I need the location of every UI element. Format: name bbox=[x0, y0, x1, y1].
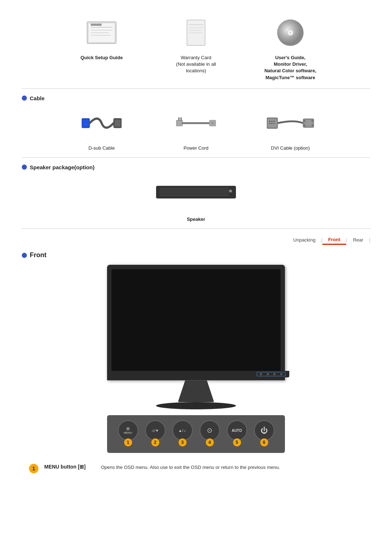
button-panel: ⊞ MENU 1 ♫/▼ 2 ▲/☼ 3 ⊙ 4 AUT bbox=[107, 415, 285, 453]
item-warranty: Warranty Card(Not available in alllocati… bbox=[160, 15, 232, 81]
svg-rect-41 bbox=[160, 188, 229, 189]
btn-power[interactable]: ⏻ 6 bbox=[254, 420, 274, 441]
tab-unpacking[interactable]: Unpacking bbox=[287, 236, 321, 245]
nav-tabs: Unpacking | Front | Rear | bbox=[22, 235, 370, 245]
btn-menu-icon: ⊞ bbox=[126, 426, 130, 431]
btn-wrapper-1: ⊞ MENU 1 bbox=[118, 420, 138, 441]
btn-num-5: 5 bbox=[233, 438, 241, 446]
svg-rect-43 bbox=[160, 193, 229, 194]
svg-rect-22 bbox=[180, 117, 182, 121]
mini-btn-1 bbox=[260, 373, 262, 375]
menu-desc-text: Opens the OSD menu. Also use to exit the… bbox=[101, 464, 280, 471]
svg-rect-21 bbox=[178, 117, 180, 121]
powercord-label: Power Cord bbox=[184, 145, 209, 151]
dvi-label: DVI Cable (option) bbox=[271, 145, 310, 151]
monitor-screen bbox=[111, 269, 281, 371]
speaker-label: Speaker bbox=[187, 216, 205, 223]
svg-point-38 bbox=[311, 124, 314, 126]
btn-brightness-icon: ▲/☼ bbox=[179, 429, 187, 433]
btn-brightness-up[interactable]: ▲/☼ 3 bbox=[172, 420, 193, 441]
speaker-image bbox=[156, 174, 236, 210]
svg-rect-6 bbox=[91, 24, 102, 26]
svg-rect-44 bbox=[160, 195, 229, 196]
monitor-illustration bbox=[105, 265, 287, 409]
btn-enter-icon: ⊙ bbox=[207, 426, 212, 434]
svg-point-27 bbox=[269, 121, 270, 122]
front-dot bbox=[22, 253, 27, 258]
btn-source-icon: ♫/▼ bbox=[151, 429, 159, 433]
btn-auto-label: AUTO bbox=[232, 429, 242, 433]
menu-label: MENU button [⊞] bbox=[44, 464, 95, 470]
svg-point-36 bbox=[311, 120, 314, 122]
svg-point-31 bbox=[271, 123, 273, 124]
svg-point-32 bbox=[273, 123, 275, 124]
speaker-item: Speaker bbox=[22, 174, 370, 223]
nav-sep-3: | bbox=[369, 238, 370, 243]
tab-front[interactable]: Front bbox=[322, 235, 346, 245]
svg-point-29 bbox=[273, 121, 275, 122]
quick-setup-label: Quick Setup Guide bbox=[81, 54, 123, 61]
cd-label: User's Guide,Monitor Driver,Natural Colo… bbox=[264, 54, 316, 81]
cable-header: Cable bbox=[22, 95, 370, 101]
btn-wrapper-3: ▲/☼ 3 bbox=[172, 420, 193, 441]
btn-num-3: 3 bbox=[179, 438, 187, 446]
speaker-dot bbox=[22, 165, 27, 170]
speaker-title: Speaker package(option) bbox=[30, 164, 94, 170]
front-section: Front ⊞ MENU 1 bbox=[22, 251, 370, 473]
speaker-header: Speaker package(option) bbox=[22, 164, 370, 170]
quick-setup-image bbox=[85, 15, 118, 51]
package-contents: Quick Setup Guide Warranty Card(Not avai… bbox=[22, 15, 370, 89]
item-quick-setup: Quick Setup Guide bbox=[65, 15, 138, 81]
cable-items: D-sub Cable Power Cord bbox=[22, 105, 370, 151]
powercord-image bbox=[176, 105, 216, 141]
monitor-buttons-indicator bbox=[257, 372, 286, 376]
svg-rect-42 bbox=[160, 190, 229, 191]
btn-power-icon: ⏻ bbox=[261, 426, 268, 435]
speaker-section: Speaker package(option) Speaker bbox=[22, 164, 370, 229]
cable-section: Cable D-sub Cable bbox=[22, 95, 370, 158]
dsub-image bbox=[82, 105, 122, 141]
mini-btn-2 bbox=[267, 373, 269, 375]
btn-num-1: 1 bbox=[124, 438, 132, 446]
svg-point-35 bbox=[303, 120, 306, 122]
svg-point-45 bbox=[229, 190, 232, 193]
dvi-cable-item: DVI Cable (option) bbox=[254, 105, 327, 151]
warranty-image bbox=[185, 15, 207, 51]
btn-wrapper-4: ⊙ 4 bbox=[200, 420, 220, 441]
monitor-stand bbox=[178, 380, 214, 402]
dsub-label: D-sub Cable bbox=[89, 145, 115, 151]
btn-enter[interactable]: ⊙ 4 bbox=[200, 420, 220, 441]
menu-num: 1 bbox=[29, 464, 38, 473]
btn-auto[interactable]: AUTO 5 bbox=[227, 420, 247, 441]
svg-point-28 bbox=[271, 121, 273, 122]
svg-point-15 bbox=[289, 32, 291, 34]
tab-rear[interactable]: Rear bbox=[347, 236, 369, 245]
monitor-outer bbox=[107, 265, 285, 380]
dvi-image bbox=[267, 105, 314, 141]
svg-point-37 bbox=[303, 124, 306, 126]
btn-wrapper-5: AUTO 5 bbox=[227, 420, 247, 441]
mini-btn-3 bbox=[273, 373, 275, 375]
svg-point-24 bbox=[211, 122, 214, 125]
btn-num-4: 4 bbox=[206, 438, 214, 446]
item-cd: User's Guide,Monitor Driver,Natural Colo… bbox=[254, 15, 327, 81]
btn-wrapper-2: ♫/▼ 2 bbox=[145, 420, 166, 441]
powercord-item: Power Cord bbox=[160, 105, 232, 151]
svg-rect-17 bbox=[83, 120, 89, 126]
warranty-label: Warranty Card(Not available in alllocati… bbox=[176, 54, 216, 74]
svg-rect-19 bbox=[115, 120, 121, 126]
btn-menu[interactable]: ⊞ MENU 1 bbox=[118, 420, 138, 441]
front-title: Front bbox=[30, 251, 46, 259]
menu-description: 1 MENU button [⊞] Opens the OSD menu. Al… bbox=[22, 464, 370, 473]
svg-point-30 bbox=[269, 123, 270, 124]
cable-dot bbox=[22, 96, 27, 101]
front-header: Front bbox=[22, 251, 370, 259]
monitor-base bbox=[156, 402, 236, 409]
cable-title: Cable bbox=[30, 95, 45, 101]
dsub-cable-item: D-sub Cable bbox=[65, 105, 138, 151]
btn-wrapper-6: ⏻ 6 bbox=[254, 420, 274, 441]
btn-num-2: 2 bbox=[151, 438, 159, 446]
mini-btn-4 bbox=[280, 373, 282, 375]
btn-source-down[interactable]: ♫/▼ 2 bbox=[145, 420, 166, 441]
cd-image bbox=[276, 15, 305, 51]
